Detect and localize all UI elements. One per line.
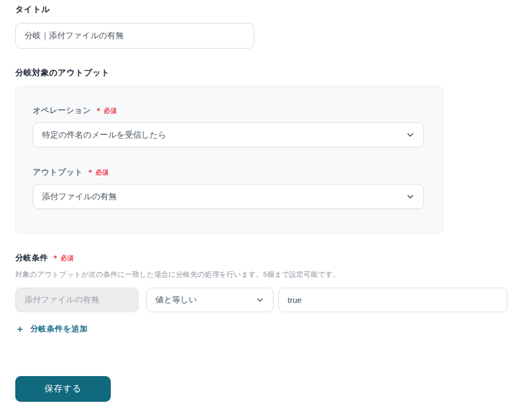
operation-select-value: 特定の件名のメールを受信したら bbox=[42, 130, 166, 140]
chevron-down-icon bbox=[406, 192, 415, 201]
condition-required-label: 必須 bbox=[61, 254, 74, 262]
operation-select[interactable]: 特定の件名のメールを受信したら bbox=[33, 122, 424, 147]
output-label: アウトプット bbox=[33, 167, 83, 177]
required-asterisk-icon: ＊ bbox=[87, 168, 94, 176]
branch-settings-form: タイトル 分岐｜添付ファイルの有無 分岐対象のアウトプット オペレーション ＊必… bbox=[0, 0, 532, 405]
title-input[interactable]: 分岐｜添付ファイルの有無 bbox=[15, 23, 254, 49]
required-asterisk-icon: ＊ bbox=[95, 106, 102, 115]
output-required-badge: ＊必須 bbox=[87, 168, 109, 177]
output-label-row: アウトプット ＊必須 bbox=[33, 167, 109, 177]
operation-required-label: 必須 bbox=[104, 107, 117, 115]
add-condition-button[interactable]: ＋ 分岐条件を追加 bbox=[15, 324, 88, 334]
output-select-value: 添付ファイルの有無 bbox=[42, 192, 117, 202]
chevron-down-icon bbox=[406, 130, 415, 139]
condition-description: 対象のアウトプットが次の条件に一致した場合に分岐先の処理を行います。5個まで設定… bbox=[15, 270, 340, 279]
condition-value-text: true bbox=[288, 295, 302, 305]
condition-target-input: 添付ファイルの有無 bbox=[15, 288, 139, 312]
output-section-label: 分岐対象のアウトプット bbox=[15, 68, 110, 78]
operation-label: オペレーション bbox=[33, 105, 91, 116]
output-select[interactable]: 添付ファイルの有無 bbox=[33, 184, 424, 209]
title-input-value: 分岐｜添付ファイルの有無 bbox=[25, 31, 123, 41]
add-condition-label: 分岐条件を追加 bbox=[31, 324, 88, 334]
operation-required-badge: ＊必須 bbox=[95, 106, 117, 116]
save-button-label: 保存する bbox=[44, 383, 82, 395]
condition-required-badge: ＊必須 bbox=[52, 253, 74, 263]
condition-target-value: 添付ファイルの有無 bbox=[25, 295, 99, 305]
condition-section-label: 分岐条件 bbox=[15, 253, 48, 263]
condition-operator-value: 値と等しい bbox=[156, 295, 197, 305]
save-button[interactable]: 保存する bbox=[15, 376, 111, 402]
plus-icon: ＋ bbox=[15, 324, 25, 333]
title-field-label: タイトル bbox=[15, 4, 50, 15]
condition-label-row: 分岐条件 ＊必須 bbox=[15, 253, 74, 263]
condition-row: 添付ファイルの有無 値と等しい true bbox=[15, 288, 507, 312]
condition-operator-select[interactable]: 値と等しい bbox=[146, 288, 273, 312]
output-required-label: 必須 bbox=[95, 169, 109, 176]
operation-label-row: オペレーション ＊必須 bbox=[33, 105, 117, 116]
chevron-down-icon bbox=[256, 296, 264, 304]
condition-value-input[interactable]: true bbox=[278, 288, 507, 312]
required-asterisk-icon: ＊ bbox=[52, 254, 59, 262]
